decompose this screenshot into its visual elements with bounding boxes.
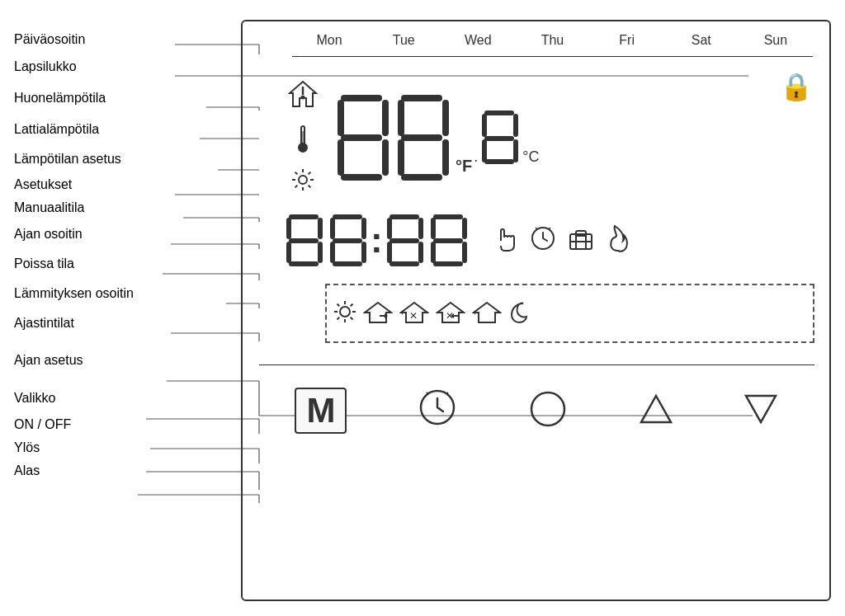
svg-rect-75 [333, 238, 362, 243]
schedule-sun-icon [333, 300, 356, 327]
label-text-ajastintilat: Ajastintilat [14, 316, 74, 331]
label-valikko: Valikko [14, 383, 134, 413]
away-icon [567, 226, 595, 254]
svg-line-40 [295, 172, 298, 174]
svg-rect-48 [338, 139, 344, 176]
svg-rect-64 [484, 159, 514, 164]
svg-rect-51 [401, 95, 442, 101]
program-icon [531, 226, 555, 254]
schedule-night-leave-icon [472, 301, 502, 326]
heating-icon [607, 224, 630, 256]
svg-rect-67 [318, 218, 323, 239]
svg-line-41 [309, 185, 311, 187]
svg-rect-62 [482, 139, 487, 162]
main-container: Päiväosoitin Lapsilukko Huonelämpötila L… [10, 12, 835, 605]
svg-rect-59 [482, 114, 487, 137]
svg-rect-54 [401, 134, 442, 141]
label-ajan-asetus: Ajan asetus [14, 338, 134, 383]
schedule-wake-icon [363, 301, 393, 326]
svg-marker-124 [641, 396, 671, 422]
svg-line-107 [338, 317, 340, 319]
svg-rect-68 [289, 238, 319, 243]
lock-icon: 🔒 [780, 71, 813, 102]
label-lammityksen-osoitin: Lämmityksen osoitin [14, 279, 134, 308]
svg-point-99 [340, 307, 350, 317]
label-lapsilukko: Lapsilukko [14, 51, 134, 82]
svg-rect-52 [398, 100, 404, 136]
time-digits: : [284, 212, 470, 268]
up-button[interactable] [640, 393, 673, 429]
buttons-area: M [259, 378, 813, 444]
svg-rect-44 [341, 95, 382, 101]
day-wed: Wed [461, 33, 494, 48]
temperature-area: °F . °C [288, 67, 780, 207]
svg-line-104 [338, 303, 340, 306]
svg-rect-63 [513, 139, 518, 162]
svg-rect-88 [462, 218, 467, 239]
svg-rect-50 [341, 174, 382, 181]
svg-line-42 [309, 172, 311, 174]
time-digit-h2 [328, 212, 369, 268]
gear-icon [291, 168, 314, 195]
day-tue: Tue [387, 33, 420, 48]
svg-rect-79 [389, 214, 419, 219]
label-huonelampotila: Huonelämpötila [14, 82, 134, 114]
label-text-on-off: ON / OFF [14, 417, 71, 432]
bottom-separator [259, 364, 814, 366]
svg-marker-119 [474, 303, 500, 322]
day-sun: Sun [759, 33, 792, 48]
label-on-off: ON / OFF [14, 413, 134, 436]
unit-f-label: °F [456, 157, 472, 176]
svg-rect-82 [389, 238, 419, 243]
svg-line-43 [295, 185, 298, 187]
label-ajan-osoitin: Ajan osoitin [14, 219, 134, 249]
time-digit-m2 [428, 212, 470, 268]
svg-rect-46 [382, 100, 389, 136]
temp-digit-2 [394, 92, 452, 182]
svg-point-33 [299, 143, 307, 152]
svg-line-105 [351, 317, 353, 319]
svg-rect-85 [389, 261, 419, 266]
menu-button[interactable]: M [295, 388, 347, 434]
label-text-lattialampotila: Lattialämpötila [14, 122, 99, 137]
label-paivasoitin: Päiväosoitin [14, 28, 134, 51]
time-area: : [284, 211, 796, 269]
label-lampotilan-asetus: Lämpötilan asetus [14, 145, 134, 173]
svg-rect-76 [330, 242, 335, 263]
down-button[interactable] [744, 393, 777, 429]
svg-rect-55 [398, 139, 404, 176]
days-separator [292, 56, 813, 58]
label-lattialampotila: Lattialämpötila [14, 114, 134, 145]
clock-button[interactable] [418, 388, 456, 433]
unit-c-label: °C [522, 148, 539, 166]
display-box: Mon Tue Wed Thu Fri Sat Sun 🔒 [241, 20, 831, 601]
onoff-button[interactable] [528, 389, 568, 432]
svg-rect-69 [286, 242, 291, 263]
schedule-area: ✕ ✕ [325, 284, 814, 343]
svg-rect-84 [418, 242, 423, 263]
label-text-lammityksen-osoitin: Lämmityksen osoitin [14, 286, 134, 301]
time-digit-m1 [385, 212, 426, 268]
time-digit-h1 [284, 212, 325, 268]
label-asetukset: Asetukset [14, 173, 134, 196]
house-icon [288, 78, 318, 113]
temp-digit-1 [334, 92, 392, 182]
svg-rect-72 [333, 214, 362, 219]
label-poissa-tila: Poissa tila [14, 249, 134, 279]
svg-rect-70 [318, 242, 323, 263]
svg-marker-121 [474, 310, 475, 315]
svg-rect-74 [361, 218, 366, 239]
label-ylos: Ylös [14, 436, 134, 459]
svg-rect-57 [401, 174, 442, 181]
manual-icon [494, 224, 519, 256]
moon-icon [508, 300, 528, 327]
svg-line-106 [351, 303, 353, 306]
svg-rect-60 [513, 114, 518, 137]
days-row: Mon Tue Wed Thu Fri Sat Sun [292, 33, 813, 48]
label-text-valikko: Valikko [14, 391, 55, 406]
svg-point-123 [531, 393, 564, 426]
schedule-leave-icon: ✕ [399, 301, 429, 326]
svg-rect-86 [433, 214, 463, 219]
temp-small-digit [479, 108, 521, 166]
day-fri: Fri [611, 33, 644, 48]
